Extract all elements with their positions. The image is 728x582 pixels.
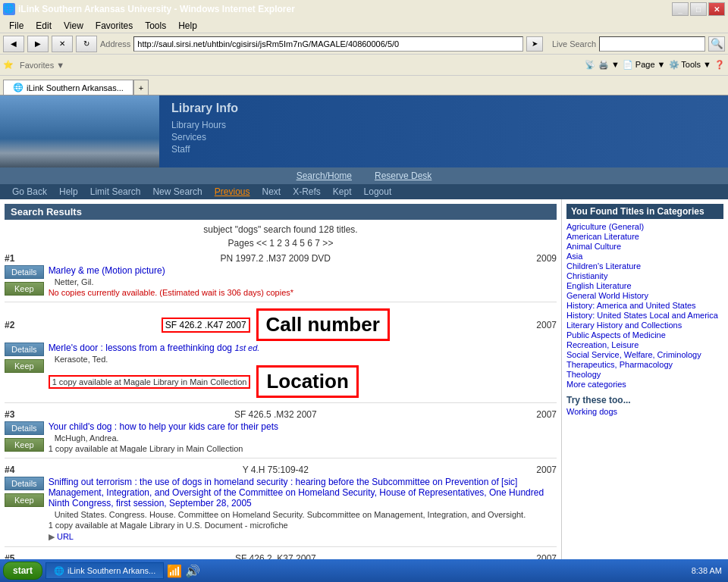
menu-tools[interactable]: Tools xyxy=(139,19,172,33)
cat-world-history[interactable]: General World History xyxy=(566,291,723,300)
nav-limit-search[interactable]: Limit Search xyxy=(84,186,147,197)
close-button[interactable]: ✕ xyxy=(708,2,725,16)
forward-button[interactable]: ▶ xyxy=(27,36,49,52)
taskbar-clock: 8:38 AM xyxy=(692,566,725,575)
result-title-2[interactable]: Merle's door : lessons from a freethinki… xyxy=(49,343,557,353)
reserve-desk-link[interactable]: Reserve Desk xyxy=(375,171,431,181)
print-icon[interactable]: 🖨️ ▼ xyxy=(598,60,620,70)
address-input[interactable] xyxy=(133,36,523,52)
nav-logout[interactable]: Logout xyxy=(358,186,398,197)
nav-xrefs[interactable]: X-Refs xyxy=(287,186,327,197)
lib-hours-link[interactable]: Library Hours xyxy=(171,120,716,130)
network-icon: 📶 xyxy=(167,564,182,578)
volume-icon: 🔊 xyxy=(185,564,200,578)
action-col-1: Details Keep xyxy=(5,265,44,296)
lib-services-link[interactable]: Services xyxy=(171,132,716,142)
try-working-dogs[interactable]: Working dogs xyxy=(566,407,617,416)
refresh-button[interactable]: ↻ xyxy=(76,36,97,52)
keep-button-2[interactable]: Keep xyxy=(5,359,44,373)
results-area: Search Results subject "dogs" search fou… xyxy=(0,199,561,567)
result-title-1[interactable]: Marley & me (Motion picture) xyxy=(49,265,557,276)
search-home-link[interactable]: Search/Home xyxy=(297,171,352,181)
menu-favorites[interactable]: Favorites xyxy=(89,19,139,33)
cat-therapeutics[interactable]: Therapeutics, Pharmacology xyxy=(566,360,723,369)
scroll-area[interactable]: Library Info Library Hours Services Staf… xyxy=(0,95,728,567)
details-button-4[interactable]: Details xyxy=(5,477,44,490)
cat-history-america[interactable]: History: America and United States xyxy=(566,301,723,310)
taskbar-ie-item[interactable]: 🌐 iLink Southern Arkans... xyxy=(46,562,164,579)
result-title-4[interactable]: Sniffing out terrorism : the use of dogs… xyxy=(49,477,557,508)
result-callnum-4: Y 4.H 75:109-42 xyxy=(243,465,309,475)
result-actions-2: Details Keep Merle's door : lessons from… xyxy=(5,343,557,398)
maximize-button[interactable]: □ xyxy=(690,2,707,16)
cat-more[interactable]: More categories xyxy=(566,380,723,389)
location-line-2: 1 copy available at Magale Library in Ma… xyxy=(49,365,557,398)
tools-button[interactable]: ⚙️ Tools ▼ xyxy=(669,60,711,70)
taskbar-icons: 📶 🔊 xyxy=(167,564,200,578)
lib-staff-link[interactable]: Staff xyxy=(171,144,716,155)
taskbar-ie-icon: 🌐 xyxy=(54,566,64,576)
cat-literary-history[interactable]: Literary History and Collections xyxy=(566,321,723,330)
cat-childrens-lit[interactable]: Children's Literature xyxy=(566,261,723,271)
nav-kept[interactable]: Kept xyxy=(327,186,358,197)
new-tab[interactable]: + xyxy=(133,80,149,95)
page-button[interactable]: 📄 Page ▼ xyxy=(623,60,666,70)
result-availability-3: 1 copy available at Magale Library in Ma… xyxy=(49,444,557,453)
nav-help[interactable]: Help xyxy=(53,186,84,197)
rss-icon[interactable]: 📡 xyxy=(585,60,595,70)
go-button[interactable]: ➤ xyxy=(526,36,543,52)
action-col-3: Details Keep xyxy=(5,421,44,452)
favorites-star[interactable]: ⭐ xyxy=(3,60,14,70)
nav-go-back[interactable]: Go Back xyxy=(6,186,53,197)
cat-english-lit[interactable]: English Literature xyxy=(566,281,723,290)
result-num-4: #4 xyxy=(5,465,14,475)
result-year-2: 2007 xyxy=(536,320,557,330)
tab-bar: 🌐 iLink Southern Arkansas... + xyxy=(0,76,728,95)
cat-christianity[interactable]: Christianity xyxy=(566,271,723,280)
result-item-1: #1 PN 1997.2 .M37 2009 DVD 2009 Details … xyxy=(5,253,557,302)
result-num-1: #1 xyxy=(5,253,14,264)
current-tab[interactable]: 🌐 iLink Southern Arkansas... xyxy=(3,80,133,95)
live-search-input[interactable] xyxy=(599,36,705,52)
keep-button-4[interactable]: Keep xyxy=(5,493,44,507)
cat-history-us-local[interactable]: History: United States Local and America xyxy=(566,311,723,320)
result-num-3: #3 xyxy=(5,409,14,420)
back-button[interactable]: ◀ xyxy=(3,36,24,52)
page-wrapper: 🌐 iLink Southern Arkansas University - W… xyxy=(0,0,728,582)
cat-theology[interactable]: Theology xyxy=(566,370,723,379)
window-title: iLink Southern Arkansas University - Win… xyxy=(18,4,672,14)
details-button-1[interactable]: Details xyxy=(5,265,44,279)
details-button-2[interactable]: Details xyxy=(5,343,44,356)
nav-new-search[interactable]: New Search xyxy=(146,186,208,197)
cat-asia[interactable]: Asia xyxy=(566,252,723,261)
cat-animal-culture[interactable]: Animal Culture xyxy=(566,242,723,251)
menu-view[interactable]: View xyxy=(58,19,89,33)
cat-public-medicine[interactable]: Public Aspects of Medicine xyxy=(566,330,723,340)
cat-recreation[interactable]: Recreation, Leisure xyxy=(566,340,723,349)
menu-help[interactable]: Help xyxy=(172,19,203,33)
tab-icon: 🌐 xyxy=(13,83,24,92)
live-search-go[interactable]: 🔍 xyxy=(708,36,725,52)
details-button-3[interactable]: Details xyxy=(5,421,44,435)
add-favorites[interactable]: Favorites ▼ xyxy=(20,61,64,70)
start-button[interactable]: start xyxy=(3,562,42,580)
minimize-button[interactable]: _ xyxy=(672,2,689,16)
menu-edit[interactable]: Edit xyxy=(30,19,58,33)
cat-american-lit[interactable]: American Literature xyxy=(566,232,723,241)
menu-file[interactable]: File xyxy=(3,19,30,33)
nav-next[interactable]: Next xyxy=(256,186,287,197)
result-title-3[interactable]: Your child's dog : how to help your kids… xyxy=(49,421,557,432)
results-header: Search Results xyxy=(5,204,557,220)
stop-button[interactable]: ✕ xyxy=(52,36,73,52)
nav-previous[interactable]: Previous xyxy=(209,186,256,197)
keep-button-3[interactable]: Keep xyxy=(5,438,44,452)
live-search-label: Live Search xyxy=(552,39,596,48)
start-label: start xyxy=(13,565,33,576)
cat-agriculture[interactable]: Agriculture (General) xyxy=(566,222,723,231)
help-icon[interactable]: ❓ xyxy=(714,60,725,70)
keep-button-1[interactable]: Keep xyxy=(5,282,44,296)
content-area: Library Info Library Hours Services Staf… xyxy=(0,95,728,567)
cat-social-service[interactable]: Social Service, Welfare, Criminology xyxy=(566,350,723,359)
ie-toolbar: ⭐ Favorites ▼ 📡 🖨️ ▼ 📄 Page ▼ ⚙️ Tools ▼… xyxy=(0,55,728,76)
url-link-4[interactable]: URL xyxy=(57,532,74,541)
